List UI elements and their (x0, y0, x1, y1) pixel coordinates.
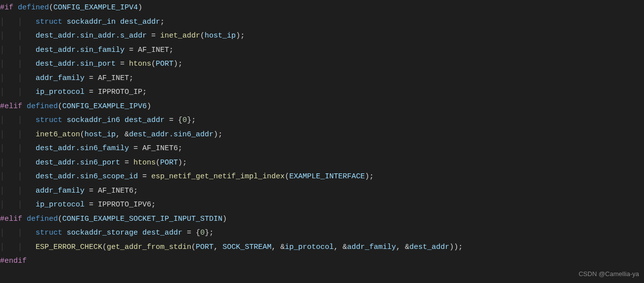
code-line: │ │ dest_addr.sin6_scope_id = esp_netif_… (0, 170, 644, 184)
code-line: │ │ struct sockaddr_in dest_addr; (0, 15, 644, 30)
code-block: #if defined(CONFIG_EXAMPLE_IPV4) │ │ str… (0, 1, 644, 269)
code-line: │ │ dest_addr.sin_addr.s_addr = inet_add… (0, 29, 644, 43)
code-line: #if defined(CONFIG_EXAMPLE_IPV4) (0, 1, 644, 15)
preproc-elif: #elif (0, 102, 22, 111)
code-line: #elif defined(CONFIG_EXAMPLE_SOCKET_IP_I… (0, 212, 644, 227)
code-line: #elif defined(CONFIG_EXAMPLE_IPV6) (0, 100, 644, 114)
code-line: │ │ dest_addr.sin6_family = AF_INET6; (0, 142, 644, 156)
code-line: │ │ addr_family = AF_INET6; (0, 184, 644, 199)
code-line: │ │ ESP_ERROR_CHECK(get_addr_from_stdin(… (0, 241, 644, 255)
preproc-elif: #elif (0, 215, 22, 223)
code-line: │ │ ip_protocol = IPPROTO_IP; (0, 85, 644, 100)
code-line: │ │ struct sockaddr_storage dest_addr = … (0, 226, 644, 241)
preproc-endif: #endif (0, 257, 27, 265)
preproc-if: #if (0, 3, 13, 12)
code-line: #endif (0, 254, 644, 269)
code-line: │ │ dest_addr.sin_port = htons(PORT); (0, 57, 644, 72)
code-line: │ │ ip_protocol = IPPROTO_IPV6; (0, 198, 644, 212)
code-line: │ │ inet6_aton(host_ip, &dest_addr.sin6_… (0, 128, 644, 142)
code-line: │ │ dest_addr.sin_family = AF_INET; (0, 43, 644, 58)
code-line: │ │ addr_family = AF_INET; (0, 72, 644, 86)
code-line: │ │ dest_addr.sin6_port = htons(PORT); (0, 156, 644, 170)
watermark: CSDN @Camellia-ya (579, 267, 639, 282)
code-line: │ │ struct sockaddr_in6 dest_addr = {0}; (0, 114, 644, 128)
